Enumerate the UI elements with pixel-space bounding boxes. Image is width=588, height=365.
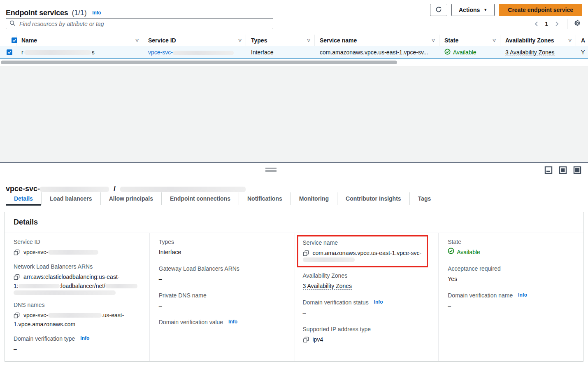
sort-icon[interactable]: ▽	[432, 38, 435, 42]
actions-button-label: Actions	[459, 7, 480, 13]
endpoint-services-page: Endpoint services (1/1) Info Actions ▼ C…	[0, 0, 588, 365]
table-header-row: Name ▽ Service ID ▽ Types ▽ Service name…	[0, 35, 588, 46]
search-input[interactable]	[19, 20, 270, 28]
panel-position-bottom-button[interactable]	[544, 166, 553, 174]
column-header-service-name[interactable]: Service name ▽	[315, 35, 439, 46]
table-settings-button[interactable]	[572, 19, 582, 29]
split-panel-position-controls	[544, 166, 581, 174]
select-all-cell	[0, 35, 16, 46]
copy-icon[interactable]	[14, 249, 20, 255]
redacted-text	[120, 187, 246, 192]
copy-icon[interactable]	[303, 250, 309, 256]
horizontal-scrollbar-thumb[interactable]	[1, 61, 397, 64]
page-title-text: Endpoint services	[6, 9, 68, 17]
row-select-cell	[0, 49, 16, 55]
tab-endpoint-connections[interactable]: Endpoint connections	[161, 192, 239, 205]
column-header-types[interactable]: Types ▽	[246, 35, 315, 46]
field-private-dns-name: Private DNS name –	[159, 292, 287, 310]
current-page-number[interactable]: 1	[545, 21, 548, 27]
field-acceptance-required: Acceptance required Yes	[448, 265, 576, 283]
column-header-truncated[interactable]: A	[576, 35, 588, 46]
info-link[interactable]: Info	[374, 299, 383, 305]
row-checkbox[interactable]	[7, 49, 12, 55]
field-state: State Available	[448, 239, 576, 257]
column-header-state[interactable]: State ▽	[439, 35, 500, 46]
cell-types: Interface	[246, 49, 315, 56]
refresh-button[interactable]	[430, 4, 447, 16]
pagination: 1	[532, 18, 582, 29]
field-domain-verification-type: Domain verification type Info –	[14, 335, 142, 353]
endpoint-services-panel: Endpoint services (1/1) Info Actions ▼ C…	[0, 0, 588, 66]
field-service-name: Service name com.amazonaws.vpce.us-east-…	[303, 239, 423, 262]
details-column-4: State Available Acceptance required	[438, 233, 583, 361]
panel-maximize-icon	[573, 169, 581, 175]
availability-zones-popover-link[interactable]: 3 Availability Zones	[303, 283, 352, 290]
detail-tabs: Details Load balancers Allow principals …	[0, 192, 588, 205]
service-name-highlight-box: Service name com.amazonaws.vpce.us-east-…	[297, 235, 428, 267]
panel-position-split-button[interactable]	[559, 166, 567, 174]
availability-zones-popover-link[interactable]: 3 Availability Zones	[505, 49, 555, 56]
info-link[interactable]: Info	[518, 292, 527, 298]
page-title: Endpoint services (1/1) Info	[6, 9, 101, 17]
field-types: Types Interface	[159, 239, 287, 257]
sort-icon[interactable]: ▽	[238, 38, 242, 42]
tab-monitoring[interactable]: Monitoring	[291, 192, 337, 205]
sort-icon[interactable]: ▽	[493, 38, 496, 42]
create-endpoint-service-button[interactable]: Create endpoint service	[499, 4, 582, 16]
sort-icon[interactable]: ▽	[568, 38, 572, 42]
next-page-button[interactable]	[552, 19, 561, 28]
column-header-availability-zones[interactable]: Availability Zones ▽	[500, 35, 576, 46]
tab-details[interactable]: Details	[6, 192, 41, 205]
copy-icon[interactable]	[14, 274, 20, 280]
redacted-text	[105, 284, 137, 288]
status-available-icon	[444, 49, 451, 56]
field-gateway-lb-arns: Gateway Load Balancers ARNs –	[159, 265, 287, 283]
tab-contributor-insights[interactable]: Contributor Insights	[337, 192, 409, 205]
resource-count: (1/1)	[72, 9, 86, 17]
redacted-text	[14, 290, 116, 295]
sort-icon[interactable]: ▽	[135, 38, 139, 42]
redacted-text	[303, 257, 355, 262]
resource-search[interactable]	[6, 18, 273, 29]
redacted-text	[48, 313, 102, 318]
caret-down-icon: ▼	[483, 8, 487, 12]
redacted-text	[40, 187, 109, 192]
tab-notifications[interactable]: Notifications	[239, 192, 291, 205]
copy-icon[interactable]	[303, 337, 309, 343]
sort-icon[interactable]: ▽	[307, 38, 310, 42]
field-supported-ip-address-type: Supported IP address type ipv4	[303, 326, 431, 344]
field-service-id: Service ID vpce-svc-	[14, 239, 142, 257]
copy-icon[interactable]	[14, 312, 20, 318]
actions-button[interactable]: Actions ▼	[451, 4, 495, 16]
panel-bottom-icon	[544, 169, 553, 175]
field-domain-verification-value: Domain verification value Info –	[159, 319, 287, 337]
split-panel-drag-handle[interactable]	[265, 168, 277, 172]
cell-name: r s	[16, 49, 143, 56]
tab-load-balancers[interactable]: Load balancers	[41, 192, 100, 205]
cell-acceptance-truncated: Y	[576, 49, 588, 56]
details-column-3: Service name com.amazonaws.vpce.us-east-…	[295, 233, 439, 361]
info-link[interactable]: Info	[80, 335, 89, 341]
info-link[interactable]: Info	[228, 319, 237, 325]
field-nlb-arns: Network Load Balancers ARNs arn:aws:elas…	[14, 263, 142, 295]
table-row[interactable]: r s vpce-svc- Interface com.amazonaws.vp…	[0, 46, 588, 59]
tab-tags[interactable]: Tags	[409, 192, 439, 205]
details-grid: Service ID vpce-svc- Network Load Balanc…	[5, 233, 583, 361]
column-header-name[interactable]: Name ▽	[16, 35, 143, 46]
details-heading: Details	[5, 212, 583, 232]
content-background	[0, 66, 588, 162]
redacted-text	[173, 51, 234, 55]
previous-page-button[interactable]	[532, 19, 541, 28]
details-column-2: Types Interface Gateway Load Balancers A…	[149, 233, 295, 361]
title-info-link[interactable]: Info	[92, 10, 101, 16]
cell-service-id: vpce-svc-	[143, 49, 246, 56]
redacted-text	[48, 250, 98, 255]
panel-position-maximize-button[interactable]	[573, 166, 581, 174]
service-id-link[interactable]: vpce-svc-	[148, 49, 234, 56]
search-icon	[9, 20, 16, 28]
cell-state: Available	[439, 49, 500, 56]
tab-allow-principals[interactable]: Allow principals	[100, 192, 161, 205]
column-header-service-id[interactable]: Service ID ▽	[143, 35, 246, 46]
refresh-icon	[435, 6, 442, 14]
cell-availability-zones: 3 Availability Zones	[500, 49, 576, 56]
